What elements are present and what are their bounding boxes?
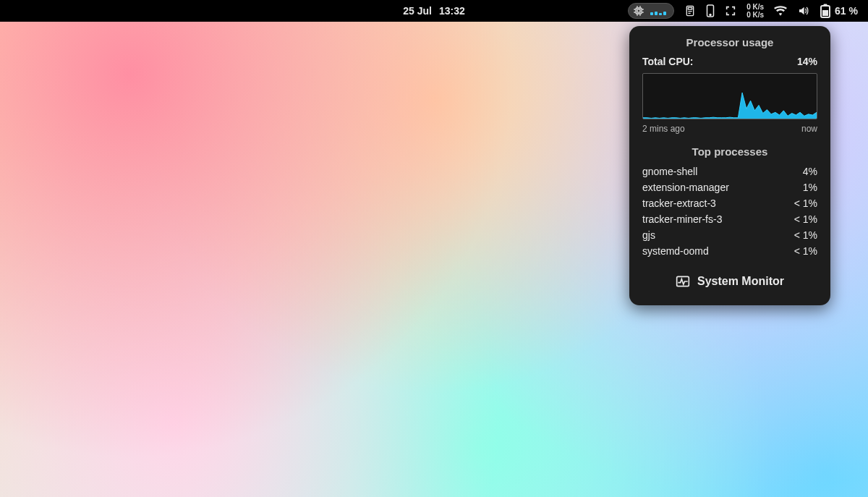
- battery-pct: 61 %: [835, 5, 858, 17]
- top-bar: 25 Jul 13:32: [0, 0, 868, 22]
- process-row: tracker-miner-fs-3< 1%: [642, 211, 817, 227]
- net-up: 0 K/s: [746, 3, 764, 11]
- total-cpu-value: 14%: [797, 56, 817, 67]
- total-cpu-row: Total CPU: 14%: [642, 56, 817, 67]
- system-monitor-icon: [676, 275, 690, 288]
- process-row: tracker-extract-3< 1%: [642, 195, 817, 211]
- wifi-icon[interactable]: [774, 6, 787, 16]
- network-speed[interactable]: 0 K/s 0 K/s: [746, 3, 764, 19]
- svg-rect-8: [822, 10, 828, 16]
- process-list: gnome-shell4%extension-manager1%tracker-…: [642, 163, 817, 259]
- system-monitor-button[interactable]: System Monitor: [642, 269, 817, 294]
- cpu-sparkline-icon: [650, 7, 666, 15]
- clock-time: 13:32: [439, 5, 465, 17]
- process-pct: < 1%: [794, 195, 817, 211]
- volume-icon[interactable]: [797, 5, 810, 17]
- process-pct: 1%: [803, 179, 817, 195]
- panel-title: Processor usage: [642, 36, 817, 48]
- process-row: extension-manager1%: [642, 179, 817, 195]
- total-cpu-label: Total CPU:: [642, 56, 694, 67]
- process-name: gnome-shell: [642, 163, 697, 179]
- process-row: gnome-shell4%: [642, 163, 817, 179]
- clock[interactable]: 25 Jul 13:32: [403, 5, 465, 17]
- disk-activity-icon[interactable]: [684, 4, 696, 17]
- process-name: systemd-oomd: [642, 243, 709, 259]
- process-name: tracker-extract-3: [642, 195, 716, 211]
- battery-indicator[interactable]: 61 %: [820, 4, 858, 18]
- process-pct: 4%: [803, 163, 817, 179]
- process-row: systemd-oomd< 1%: [642, 243, 817, 259]
- system-tray: 0 K/s 0 K/s 61 %: [628, 0, 868, 22]
- process-name: tracker-miner-fs-3: [642, 211, 722, 227]
- top-processes-title: Top processes: [642, 145, 817, 158]
- system-monitor-label: System Monitor: [697, 275, 784, 288]
- svg-rect-0: [636, 8, 642, 14]
- processor-usage-popover: Processor usage Total CPU: 14% 2 mins ag…: [629, 26, 830, 305]
- process-row: gjs< 1%: [642, 227, 817, 243]
- svg-rect-1: [637, 9, 640, 12]
- graph-time-labels: 2 mins ago now: [642, 124, 817, 134]
- fullscreen-icon[interactable]: [725, 5, 736, 17]
- process-pct: < 1%: [794, 243, 817, 259]
- process-pct: < 1%: [794, 227, 817, 243]
- process-name: gjs: [642, 227, 655, 243]
- activities-corner[interactable]: [0, 0, 22, 22]
- process-pct: < 1%: [794, 211, 817, 227]
- cpu-indicator[interactable]: [628, 3, 674, 19]
- process-name: extension-manager: [642, 179, 729, 195]
- graph-to: now: [801, 124, 817, 134]
- phone-icon[interactable]: [706, 4, 715, 17]
- cpu-chip-icon: [633, 5, 644, 17]
- cpu-graph: [642, 73, 817, 119]
- battery-icon: [820, 4, 830, 18]
- svg-point-5: [710, 14, 711, 16]
- svg-rect-7: [824, 4, 827, 7]
- net-down: 0 K/s: [746, 11, 764, 19]
- graph-from: 2 mins ago: [642, 124, 685, 134]
- clock-date: 25 Jul: [403, 5, 432, 17]
- svg-rect-3: [689, 7, 692, 9]
